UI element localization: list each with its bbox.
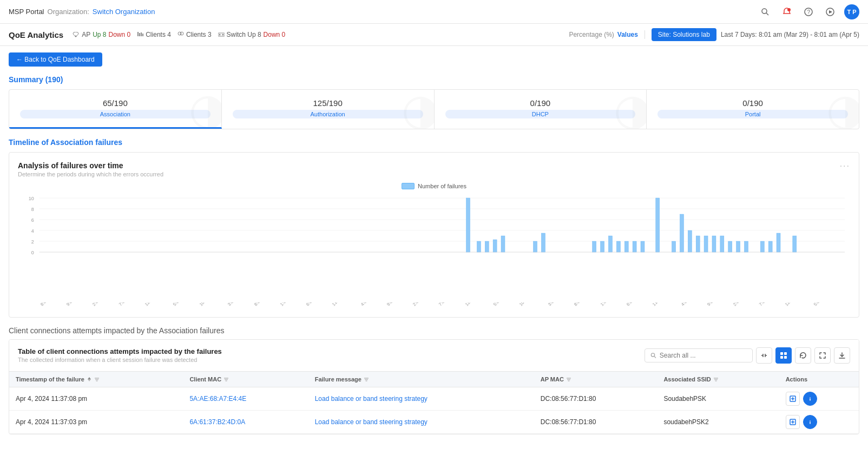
connections-section-title: Client connections attempts impacted by …: [9, 326, 859, 335]
sort-icon[interactable]: [87, 377, 92, 382]
chart-subtitle: Determine the periods during which the e…: [18, 171, 163, 177]
column-resize-btn[interactable]: [756, 347, 772, 364]
clients-stat2: Clients 3: [177, 31, 212, 38]
svg-rect-42: [641, 241, 645, 252]
filter-icon5[interactable]: [713, 377, 719, 382]
svg-point-13: [180, 32, 183, 35]
cell-ap-mac-1: DC:08:56:77:D1:80: [534, 411, 657, 434]
search-icon[interactable]: [758, 4, 773, 19]
search-box[interactable]: [645, 348, 753, 362]
export-btn[interactable]: [834, 347, 850, 364]
svg-text:4: 4: [31, 228, 34, 234]
cell-failure-msg-1[interactable]: Load balance or band steering strategy: [308, 411, 534, 434]
col-ap-mac-label: AP MAC: [541, 376, 564, 383]
ap-stat: AP Up 8 Down 0: [72, 31, 130, 38]
svg-rect-47: [696, 236, 700, 252]
col-failure-msg: Failure message: [308, 372, 534, 387]
expand-row-btn-1[interactable]: [786, 415, 800, 429]
authorization-card[interactable]: ◑ 125/190 Authorization: [222, 90, 435, 129]
svg-rect-45: [680, 214, 683, 252]
top-nav-left: MSP Portal Organization: Switch Organiza…: [9, 8, 155, 16]
connections-table: Timestamp of the failure Client MAC: [9, 372, 859, 434]
filter-icon4[interactable]: [566, 377, 571, 382]
filter-icon3[interactable]: [364, 377, 369, 382]
filter-icon2[interactable]: [223, 377, 229, 382]
svg-line-60: [654, 357, 656, 358]
legend-label: Number of failures: [418, 183, 466, 189]
svg-text:8: 8: [31, 207, 34, 212]
grid-view-btn[interactable]: [775, 347, 792, 364]
stats-bar: AP Up 8 Down 0 Clients 4 Clients 3 Switc…: [72, 31, 285, 38]
portal-label: MSP Portal: [9, 8, 44, 16]
divider: [645, 30, 645, 39]
table-controls: [645, 347, 850, 364]
top-nav-right: ? T P: [758, 4, 859, 19]
clients1-label: Clients 4: [146, 31, 171, 38]
table-subtitle: The collected information when a client …: [18, 357, 222, 363]
svg-rect-49: [712, 236, 716, 252]
chart-svg: 10 8 6 4 2 0: [18, 193, 850, 301]
cell-ap-mac-0: DC:08:56:77:D1:80: [534, 387, 657, 411]
association-card[interactable]: ◑ 65/190 Association: [9, 90, 222, 129]
summary-cards: ◑ 65/190 Association ◑ 125/190 Authoriza…: [9, 89, 859, 129]
portal-card[interactable]: ◑ 0/190 Portal: [647, 90, 859, 129]
values-toggle[interactable]: Values: [617, 31, 638, 38]
svg-rect-55: [768, 241, 772, 252]
cell-client-mac-1[interactable]: 6A:61:37:B2:4D:0A: [183, 411, 308, 434]
col-client-mac: Client MAC: [183, 372, 308, 387]
association-value: 65/190: [20, 98, 211, 108]
clients2-label: Clients 3: [186, 31, 212, 38]
info-row-btn-1[interactable]: [803, 415, 817, 429]
expand-row-btn-0[interactable]: [786, 392, 800, 406]
table-header-left: Table of client connections attempts imp…: [18, 347, 222, 363]
svg-rect-31: [485, 241, 489, 252]
expand-btn[interactable]: [814, 347, 831, 364]
filter-icon[interactable]: [94, 377, 100, 382]
site-button[interactable]: Site: Solutions lab: [652, 28, 716, 41]
sub-nav: QoE Analytics AP Up 8 Down 0 Clients 4 C…: [0, 24, 868, 46]
play-icon[interactable]: [823, 4, 838, 19]
timeline-label: Timeline of Association failures: [9, 138, 122, 147]
info-row-btn-0[interactable]: [803, 392, 817, 406]
svg-rect-56: [777, 233, 780, 252]
summary-title: Summary (190): [9, 75, 859, 84]
svg-point-7: [75, 36, 77, 37]
cell-actions-0: [779, 387, 859, 411]
svg-rect-46: [688, 230, 692, 252]
notification-icon[interactable]: [779, 4, 794, 19]
association-label: Association: [20, 110, 211, 118]
timeline-section-title: Timeline of Association failures: [9, 138, 859, 147]
svg-text:0: 0: [31, 250, 34, 255]
svg-marker-71: [88, 377, 91, 379]
back-button[interactable]: ← Back to QoE Dashboard: [9, 52, 102, 67]
svg-marker-6: [829, 10, 832, 14]
cell-timestamp-1: Apr 4, 2024 11:37:03 pm: [9, 411, 183, 434]
svg-rect-36: [593, 241, 596, 252]
svg-point-0: [762, 9, 767, 14]
svg-rect-30: [477, 241, 481, 252]
chart-area: 10 8 6 4 2 0: [18, 193, 850, 308]
cell-failure-msg-0[interactable]: Load balance or band steering strategy: [308, 387, 534, 411]
table-body: Apr 4, 2024 11:37:08 pm 5A:AE:68:A7:E4:4…: [9, 387, 859, 434]
svg-line-1: [766, 13, 768, 15]
cell-client-mac-0[interactable]: 5A:AE:68:A7:E4:4E: [183, 387, 308, 411]
dhcp-card[interactable]: ◑ 0/190 DHCP: [435, 90, 647, 129]
percentage-toggle[interactable]: Percentage (%): [569, 31, 614, 38]
help-icon[interactable]: ?: [801, 4, 816, 19]
portal-value: 0/190: [657, 98, 848, 108]
search-input[interactable]: [660, 352, 747, 359]
refresh-btn[interactable]: [795, 347, 811, 364]
table-row: Apr 4, 2024 11:37:03 pm 6A:61:37:B2:4D:0…: [9, 411, 859, 434]
table-head: Timestamp of the failure Client MAC: [9, 372, 859, 387]
chart-section: Analysis of failures over time Determine…: [9, 152, 859, 318]
svg-rect-39: [616, 241, 620, 252]
svg-rect-10: [141, 32, 142, 36]
sub-nav-right: Percentage (%) Values Site: Solutions la…: [569, 28, 859, 41]
card-bg-icon4: ◑: [826, 90, 859, 129]
ap-label: AP: [82, 31, 90, 38]
svg-rect-68: [784, 356, 787, 359]
col-timestamp: Timestamp of the failure: [9, 372, 183, 387]
switch-org-link[interactable]: Switch Organization: [93, 8, 155, 16]
col-ssid-label: Associated SSID: [663, 376, 711, 383]
chart-options-icon[interactable]: ···: [840, 161, 850, 171]
